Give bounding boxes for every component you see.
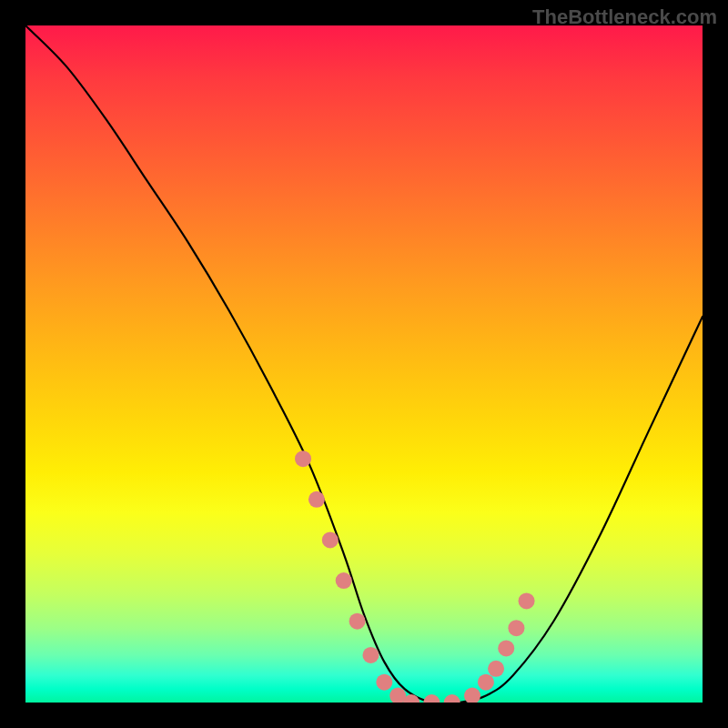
marker-dot [376, 674, 392, 691]
marker-dot [444, 694, 460, 703]
plot-area [25, 25, 703, 703]
marker-dot [295, 450, 311, 467]
marker-dot [478, 674, 494, 691]
marker-dot [322, 531, 339, 548]
highlight-dots [295, 450, 535, 703]
marker-dot [362, 647, 379, 663]
watermark-text: TheBottleneck.com [532, 5, 717, 29]
marker-dot [464, 688, 480, 703]
marker-dot [508, 620, 524, 636]
chart-svg [25, 25, 703, 703]
marker-dot [498, 640, 514, 656]
marker-dot [349, 613, 366, 630]
marker-dot [336, 572, 352, 589]
marker-dot [488, 661, 504, 677]
marker-dot [423, 694, 440, 703]
bottleneck-curve [25, 25, 703, 703]
marker-dot [308, 491, 325, 508]
marker-dot [519, 592, 535, 609]
